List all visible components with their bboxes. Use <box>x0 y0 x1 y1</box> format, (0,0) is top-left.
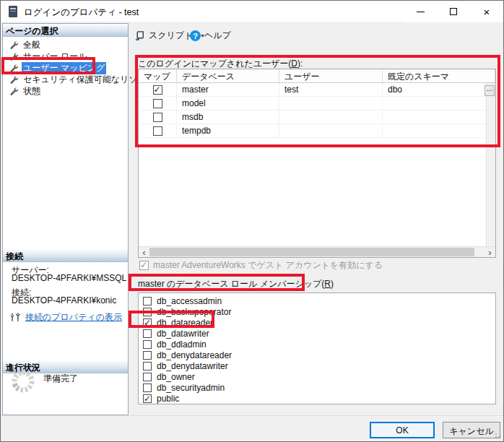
list-item[interactable]: db_datawriter <box>139 328 495 339</box>
schema-browse-button[interactable]: ... <box>485 85 495 96</box>
list-item[interactable]: db_denydatareader <box>139 350 495 360</box>
server-value: DESKTOP-4PFARKI¥MSSQLSERVER <box>12 273 127 283</box>
table-row-model: model <box>139 97 495 110</box>
list-item[interactable]: db_accessadmin <box>139 295 495 306</box>
user-cell <box>279 110 383 124</box>
role-checkbox[interactable] <box>143 297 152 306</box>
horizontal-scrollbar-thumb[interactable] <box>149 248 474 256</box>
table-row-tempdb: tempdb <box>139 124 495 138</box>
map-checkbox-tempdb[interactable] <box>153 126 162 136</box>
app-icon <box>9 6 17 17</box>
sidebar-item-securables[interactable]: セキュリティ保護可能なリソース <box>3 74 128 85</box>
role-checkbox[interactable] <box>143 340 152 349</box>
schema-cell <box>383 124 495 137</box>
ok-button[interactable]: OK <box>370 422 435 438</box>
role-name: db_datareader <box>157 318 213 328</box>
role-checkbox[interactable] <box>143 318 152 327</box>
sidebar-item-status[interactable]: 状態 <box>3 85 128 97</box>
list-item[interactable]: db_datareader <box>139 317 495 328</box>
vertical-scrollbar-track[interactable] <box>486 83 495 246</box>
schema-cell: dbo <box>383 83 495 96</box>
progress-spinner-icon <box>10 368 36 394</box>
resize-grip[interactable] <box>495 433 502 440</box>
role-name: db_backupoperator <box>157 307 231 317</box>
role-name: db_ddladmin <box>157 339 207 350</box>
table-row-msdb: msdb <box>139 110 495 124</box>
scroll-right-arrow-icon[interactable]: › <box>485 247 495 257</box>
guest-account-checkbox <box>139 261 149 270</box>
map-checkbox-msdb[interactable] <box>153 113 162 122</box>
list-item[interactable]: db_backupoperator <box>139 306 495 317</box>
role-checkbox[interactable] <box>143 362 152 370</box>
database-cell: tempdb <box>177 124 279 137</box>
view-connection-properties-link[interactable]: 接続のプロパティの表示 <box>25 311 122 324</box>
sidebar-item-server-roles[interactable]: サーバー ロール <box>3 51 128 62</box>
maximize-button[interactable] <box>437 1 470 22</box>
progress-status: 準備完了 <box>43 373 78 385</box>
minimize-button[interactable] <box>404 1 437 22</box>
list-item[interactable]: db_securityadmin <box>139 382 495 393</box>
sidebar-item-label: セキュリティ保護可能なリソース <box>22 74 157 86</box>
help-button[interactable]: ? ヘルプ <box>190 30 231 42</box>
list-item[interactable]: public <box>139 393 495 404</box>
database-cell: msdb <box>177 110 279 124</box>
database-role-list: db_accessadmin db_backupoperator db_data… <box>138 292 496 404</box>
table-row-master: master test dbo <box>139 83 495 97</box>
list-item[interactable]: db_ddladmin <box>139 339 495 350</box>
role-checkbox[interactable] <box>143 373 152 381</box>
role-name: db_denydatareader <box>157 350 232 360</box>
connection-value: DESKTOP-4PFARKI¥konic <box>12 295 116 306</box>
sidebar-item-label: 全般 <box>22 39 42 51</box>
role-name: db_securityadmin <box>157 383 225 393</box>
role-checkbox[interactable] <box>143 384 152 392</box>
script-button-label: スクリプト <box>149 30 193 42</box>
sidebar-item-label: サーバー ロール <box>22 51 88 63</box>
scroll-left-arrow-icon[interactable]: ‹ <box>139 247 149 257</box>
column-header-map: マップ <box>139 69 177 82</box>
sidebar-item-user-mapping[interactable]: ユーザー マッピング <box>3 62 128 74</box>
role-membership-label: master のデータベース ロール メンバーシップ(R) <box>138 278 334 290</box>
wrench-icon <box>9 52 18 61</box>
schema-cell <box>383 110 495 124</box>
wrench-icon <box>9 64 18 72</box>
wrench-icon <box>9 40 18 49</box>
titlebar: ログインのプロパティ - test × <box>1 1 503 22</box>
connection-section-header: 接続 <box>3 249 128 262</box>
list-item[interactable]: db_owner <box>139 371 495 382</box>
cancel-button[interactable]: キャンセル <box>443 422 500 438</box>
minimize-icon <box>417 12 425 12</box>
sidebar-item-label: ユーザー マッピング <box>22 62 106 74</box>
sidebar-item-label: 状態 <box>22 85 42 98</box>
role-checkbox[interactable] <box>143 394 152 403</box>
close-icon: × <box>484 6 490 17</box>
list-item[interactable]: db_denydatawriter <box>139 360 495 371</box>
role-name: db_owner <box>157 372 195 382</box>
user-cell: test <box>279 83 383 96</box>
role-checkbox[interactable] <box>143 351 152 360</box>
map-checkbox-model[interactable] <box>153 99 162 108</box>
schema-cell <box>383 97 495 110</box>
column-header-database: データベース <box>177 69 279 82</box>
close-button[interactable]: × <box>470 1 503 22</box>
role-name: public <box>157 394 179 404</box>
help-icon: ? <box>190 30 201 41</box>
map-checkbox-master[interactable] <box>153 85 162 95</box>
page-select-header: ページの選択 <box>3 24 128 37</box>
database-cell: master <box>177 83 279 96</box>
guest-account-label: master AdventureWorks でゲスト アカウントを有効にする <box>153 259 383 272</box>
column-header-user: ユーザー <box>279 69 383 82</box>
role-name: db_accessadmin <box>157 296 222 306</box>
column-header-default-schema: 既定のスキーマ <box>383 69 495 82</box>
sidebar-item-general[interactable]: 全般 <box>3 39 128 51</box>
connection-properties-icon <box>10 313 22 322</box>
horizontal-scrollbar: ‹ › <box>139 246 495 257</box>
role-checkbox[interactable] <box>143 308 152 316</box>
footer-divider <box>1 415 503 416</box>
sidebar: ページの選択 全般 サーバー ロール ユーザー マッピング セキュリティ保護可能… <box>2 23 129 415</box>
role-checkbox[interactable] <box>143 329 152 338</box>
wrench-icon <box>9 75 18 84</box>
role-name: db_denydatawriter <box>157 361 228 371</box>
help-button-label: ヘルプ <box>204 30 231 42</box>
database-cell: model <box>177 97 279 110</box>
guest-account-row: master AdventureWorks でゲスト アカウントを有効にする <box>139 259 383 272</box>
